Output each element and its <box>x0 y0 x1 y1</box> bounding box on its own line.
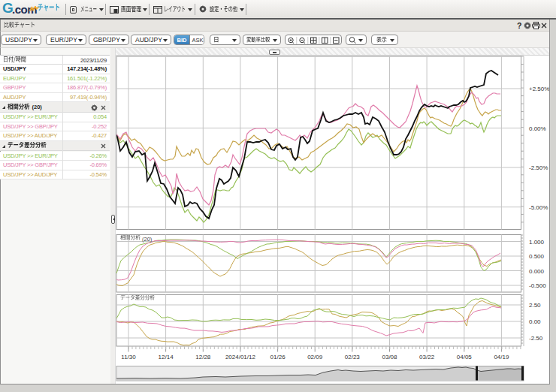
svg-text:0.500: 0.500 <box>529 253 545 260</box>
svg-text:-0.500: -0.500 <box>529 282 546 289</box>
svg-text:11/30: 11/30 <box>121 354 136 360</box>
svg-text:03/08: 03/08 <box>382 354 397 360</box>
svg-text:-2.50: -2.50 <box>529 335 543 342</box>
svg-text:01/26: 01/26 <box>270 354 286 360</box>
svg-text:02/09: 02/09 <box>307 354 323 360</box>
svg-text:1.000: 1.000 <box>529 239 545 246</box>
svg-text:0.00: 0.00 <box>529 318 541 325</box>
svg-text:0.00%: 0.00% <box>529 125 546 132</box>
svg-text:04/05: 04/05 <box>457 354 473 360</box>
svg-text:-5.00%: -5.00% <box>529 204 548 211</box>
svg-text:2.50: 2.50 <box>529 302 541 309</box>
svg-text:02/23: 02/23 <box>345 354 361 360</box>
svg-text:+2.50%: +2.50% <box>529 86 549 92</box>
svg-text:04/19: 04/19 <box>494 354 509 360</box>
svg-text:12/28: 12/28 <box>195 354 211 360</box>
svg-text:0.000: 0.000 <box>529 268 545 275</box>
svg-text:12/14: 12/14 <box>159 354 174 360</box>
svg-text:-2.50%: -2.50% <box>529 164 548 171</box>
svg-text:2024/01/12: 2024/01/12 <box>225 354 256 360</box>
svg-text:03/22: 03/22 <box>419 354 435 360</box>
